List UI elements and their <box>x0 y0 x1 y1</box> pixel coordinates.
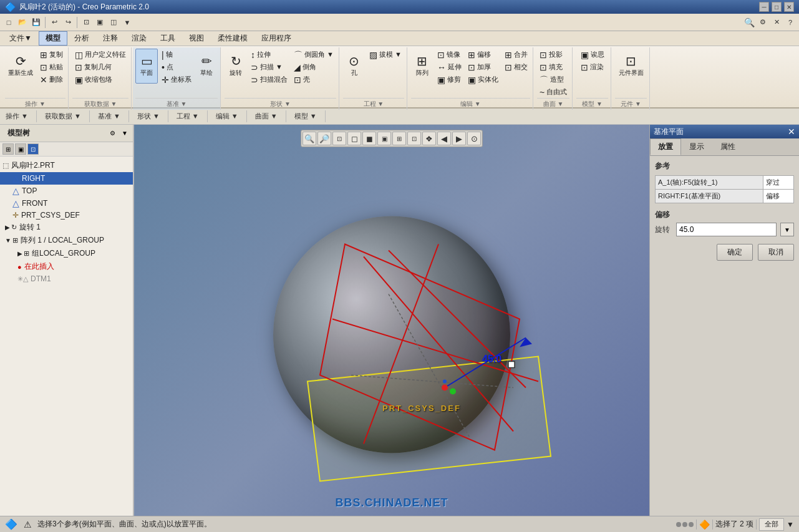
paste-button[interactable]: ⊡ 粘贴 <box>37 61 65 73</box>
dialog-tab-display[interactable]: 显示 <box>681 138 712 155</box>
tree-item-insert[interactable]: ● 在此插入 <box>0 260 133 273</box>
qa-prefs[interactable]: ⚙ <box>757 16 769 29</box>
menu-applications[interactable]: 应用程序 <box>254 31 298 46</box>
vp-perspective[interactable]: ⊞ <box>392 132 406 145</box>
freestyle-button[interactable]: ~ 自由式 <box>537 86 569 98</box>
vp-zoom-in[interactable]: 🔍 <box>303 132 316 145</box>
menu-tools[interactable]: 工具 <box>153 31 182 46</box>
point-button[interactable]: • 点 <box>159 61 194 73</box>
vp-wireframe[interactable]: ◼ <box>362 132 376 145</box>
vp-3d[interactable]: ⊙ <box>467 132 481 145</box>
toolbar-surf-dropdown[interactable]: 曲面 ▼ <box>252 110 281 122</box>
dialog-ref-name-1[interactable]: RIGHT:F1(基准平面) <box>656 190 763 203</box>
dialog-close-button[interactable]: ✕ <box>788 127 795 137</box>
qa-more[interactable]: ? <box>784 16 797 29</box>
toolbar-shape-dropdown[interactable]: 形状 ▼ <box>134 110 163 122</box>
qa-view2[interactable]: ▣ <box>94 16 106 29</box>
menu-annotation[interactable]: 注释 <box>96 31 125 46</box>
fill-button[interactable]: ⊡ 填充 <box>537 61 569 73</box>
render-button[interactable]: ⊡ 渲染 <box>578 61 607 73</box>
vp-hidden[interactable]: ▣ <box>377 132 391 145</box>
chamfer-button[interactable]: ◢ 倒角 <box>291 61 336 73</box>
toolbar-eng-dropdown[interactable]: 工程 ▼ <box>173 110 202 122</box>
tree-item-csys[interactable]: ✛ PRT_CSYS_DEF <box>0 210 133 221</box>
hole-button[interactable]: ⊙ 孔 <box>343 49 366 84</box>
offset-rotation-input[interactable] <box>676 223 777 236</box>
maximize-button[interactable]: □ <box>772 2 782 12</box>
qa-view3[interactable]: ◫ <box>107 16 120 29</box>
toolbar-ops-dropdown[interactable]: 操作 ▼ <box>2 110 31 122</box>
array-button[interactable]: ⊞ 阵列 <box>411 49 433 84</box>
tree-item-dtm1[interactable]: ✳△ DTM1 <box>0 273 133 284</box>
tree-item-front[interactable]: △ FRONT <box>0 197 133 210</box>
tree-item-group[interactable]: ▶ ⊞ 组LOCAL_GROUP <box>0 247 133 260</box>
status-filter-dropdown[interactable]: ▼ <box>787 520 794 529</box>
user-feature-button[interactable]: ◫ 用户定义特征 <box>72 49 128 60</box>
menu-analysis[interactable]: 分析 <box>67 31 96 46</box>
vp-left[interactable]: ◀ <box>437 132 451 145</box>
dialog-tab-placement[interactable]: 放置 <box>650 138 681 155</box>
vp-right[interactable]: ▶ <box>452 132 466 145</box>
tree-dropdown-button[interactable]: ▼ <box>119 128 130 139</box>
sketch-button[interactable]: ✏ 草绘 <box>195 49 218 84</box>
dialog-ref-name-0[interactable]: A_1(轴):F5(旋转_1) <box>656 176 763 190</box>
vp-fit[interactable]: ⊡ <box>332 132 346 145</box>
extrude-button[interactable]: ↕ 拉伸 <box>248 49 290 60</box>
qa-save[interactable]: 💾 <box>30 16 42 29</box>
tree-item-root[interactable]: ⬚ 风扇叶2.PRT <box>0 159 133 172</box>
project-button[interactable]: ⊡ 投影 <box>537 49 569 60</box>
qa-help[interactable]: 🔍 <box>743 16 755 29</box>
tree-settings-button[interactable]: ⚙ <box>107 128 118 139</box>
draft-button[interactable]: ▨ 拔模 ▼ <box>367 49 404 60</box>
merge-button[interactable]: ⊞ 合并 <box>502 49 530 60</box>
offset-dropdown-button[interactable]: ▼ <box>780 223 794 236</box>
qa-open[interactable]: 📂 <box>16 16 29 29</box>
dialog-ref-type-1[interactable]: 偏移 <box>763 190 793 203</box>
shrinkwrap-button[interactable]: ▣ 收缩包络 <box>72 74 128 85</box>
qa-undo[interactable]: ↩ <box>48 16 61 29</box>
toolbar-edit-dropdown[interactable]: 编辑 ▼ <box>213 110 241 122</box>
style-button[interactable]: ⌒ 造型 <box>537 74 569 85</box>
mirror-button[interactable]: ⊡ 镜像 <box>435 49 464 60</box>
dialog-ref-type-0[interactable]: 穿过 <box>763 176 793 190</box>
model-display-button[interactable]: ▣ 诶思 <box>578 49 607 60</box>
copy-geo-button[interactable]: ⊡ 复制几何 <box>72 61 128 73</box>
regenerate-button[interactable]: ⟳ 重新生成 <box>5 49 36 84</box>
menu-render[interactable]: 渲染 <box>125 31 153 46</box>
dialog-cancel-button[interactable]: 取消 <box>758 244 794 261</box>
qa-view1[interactable]: ⊡ <box>80 16 92 29</box>
panel-icon2[interactable]: ▣ <box>15 143 26 155</box>
sweep-blend-button[interactable]: ⊃ 扫描混合 <box>248 74 290 85</box>
toolbar-datum-dropdown[interactable]: 基准 ▼ <box>95 110 123 122</box>
tree-item-top[interactable]: △ TOP <box>0 185 133 197</box>
intersect-button[interactable]: ⊡ 相交 <box>502 61 530 73</box>
minimize-button[interactable]: ─ <box>759 2 769 12</box>
round-button[interactable]: ⌒ 倒圆角 ▼ <box>291 49 336 60</box>
thicken-button[interactable]: ⊡ 加厚 <box>465 61 501 73</box>
shell-button[interactable]: ⊡ 壳 <box>291 74 336 85</box>
menu-flexible[interactable]: 柔性建模 <box>211 31 254 46</box>
panel-icon1[interactable]: ⊞ <box>2 143 14 155</box>
vp-shading[interactable]: ◻ <box>347 132 361 145</box>
menu-view[interactable]: 视图 <box>182 31 211 46</box>
revolve-button[interactable]: ↻ 旋转 <box>225 49 247 84</box>
dialog-tab-properties[interactable]: 属性 <box>712 138 743 155</box>
axis-button[interactable]: | 轴 <box>159 49 194 60</box>
sweep-button[interactable]: ⊃ 扫描 ▼ <box>248 61 290 73</box>
dialog-ok-button[interactable]: 确定 <box>717 244 753 261</box>
element-interface-button[interactable]: ⊡ 元件界面 <box>616 49 647 84</box>
panel-icon3[interactable]: ⊡ <box>27 143 39 155</box>
toolbar-acquire-dropdown[interactable]: 获取数据 ▼ <box>42 110 84 122</box>
vp-zoom-out[interactable]: 🔎 <box>317 132 331 145</box>
qa-new[interactable]: □ <box>2 16 15 29</box>
qa-close2[interactable]: ✕ <box>770 16 783 29</box>
toolbar-model-dropdown[interactable]: 模型 ▼ <box>291 110 320 122</box>
qa-dropdown[interactable]: ▼ <box>121 16 133 29</box>
tree-item-right[interactable]: △ RIGHT <box>0 172 133 185</box>
trim-button[interactable]: ▣ 修剪 <box>435 74 464 85</box>
status-filter-button[interactable]: 全部 <box>759 518 784 531</box>
vp-orient[interactable]: ⊡ <box>407 132 421 145</box>
viewport[interactable]: 🔍 🔎 ⊡ ◻ ◼ ▣ ⊞ ⊡ ❖ ◀ ▶ ⊙ <box>134 125 649 516</box>
tree-item-array[interactable]: ▼ ⊞ 阵列 1 / LOCAL_GROUP <box>0 234 133 247</box>
csys-button[interactable]: ✛ 坐标系 <box>159 74 194 85</box>
